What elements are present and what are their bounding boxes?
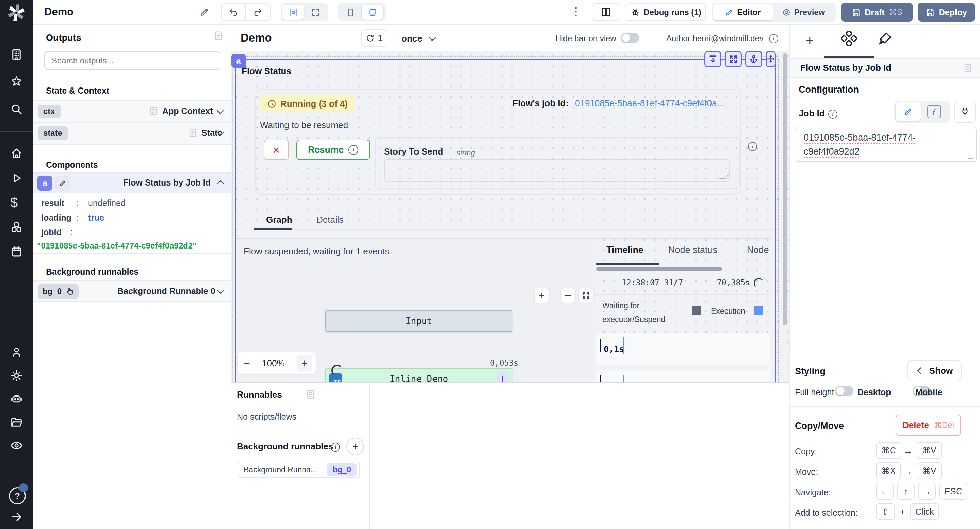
preview-tab[interactable]: Preview [773,4,833,21]
search-icon[interactable] [10,103,23,115]
resources-cubes-icon[interactable] [10,221,23,234]
mobile-view-button[interactable] [339,5,361,20]
bg-runnable-row[interactable]: bg_0 Background Runnable 0 [33,280,231,301]
settings-gear-icon[interactable] [10,369,23,382]
bg-runnables-info-icon[interactable]: i [331,443,340,452]
home-icon[interactable] [10,147,23,160]
flow-job-id-link[interactable]: 0191085e-5baa-81ef-4774-c9ef4f0a… [575,98,725,108]
flow-graph-canvas[interactable]: Flow suspended, waiting for 1 events + −… [236,238,594,382]
component-chevron-up-icon[interactable] [217,180,224,187]
delete-button[interactable]: Delete ⌘Del [896,414,961,436]
author-info-icon[interactable]: i [769,34,778,43]
draft-button[interactable]: Draft ⌘S [841,3,913,22]
bottom-panel-divider[interactable] [369,384,369,529]
bg-chevron-down-icon[interactable] [217,287,224,294]
outputs-doc-icon[interactable] [213,31,224,41]
undo-button[interactable] [221,8,245,17]
cancel-button[interactable]: × [264,140,289,160]
anchor-component-button[interactable] [745,51,762,67]
workers-robot-icon[interactable] [10,392,23,405]
resume-button[interactable]: Resume i [296,140,370,160]
variables-dollar-icon[interactable]: $ [10,196,18,209]
refresh-mode-select[interactable]: once [401,33,435,44]
canvas-app-title: Demo [240,31,272,44]
add-bg-runnable-button[interactable]: + [347,438,364,456]
more-menu-kebab-icon[interactable]: ⋮ [571,5,582,18]
help-badge [19,483,28,492]
redo-button[interactable] [246,8,270,17]
styling-tab-brush-icon[interactable] [878,31,892,46]
fx-mode-button[interactable]: ƒ [921,102,947,121]
graph-zoom-in-button[interactable]: + [534,288,550,303]
jobid-resize-handle[interactable] [968,153,973,159]
search-outputs-input[interactable] [44,51,221,70]
edit-title-pencil-icon[interactable] [200,7,210,17]
tab-timeline[interactable]: Timeline [606,245,643,255]
graph-node-input[interactable]: Input [325,310,512,332]
component-doc-icon[interactable] [963,63,972,73]
insert-component-tab-plus-icon[interactable]: + [806,33,814,47]
runnables-doc-icon[interactable] [305,389,316,400]
grid-guide-dotted-vline [232,56,234,382]
component-row-selected[interactable]: a Flow Status by Job Id [33,172,231,193]
refresh-count-box[interactable]: 1 [361,29,387,47]
tab-details[interactable]: Details [317,215,343,225]
ctx-row[interactable]: ctx App Context [33,100,231,123]
fullwidth-layout-button[interactable] [305,5,326,20]
folders-icon[interactable] [10,416,23,429]
timeline-total-duration: 70,385s [717,278,750,287]
favorites-star-icon[interactable] [10,75,23,88]
tab-node-def[interactable]: Node [747,245,769,255]
timeline-bar-row-1: 0,1s [596,333,770,365]
state-row[interactable]: state State [33,123,231,145]
graph-zoom-out-button[interactable]: − [560,288,576,303]
editor-tab[interactable]: Editor [713,4,773,21]
docs-book-button[interactable] [592,3,620,21]
user-icon[interactable] [10,346,23,359]
outputs-title: Outputs [46,33,81,43]
jobid-value-textarea[interactable]: 0191085e-5baa-81ef-4774- c9ef4f0a92d2 [795,127,977,162]
tab-graph[interactable]: Graph [266,215,292,225]
expand-component-button[interactable] [725,51,742,67]
desktop-view-button[interactable] [362,5,383,20]
collapse-arrow-icon[interactable] [10,511,23,523]
flow-suspended-text: Flow suspended, waiting for 1 events [243,246,389,257]
graph-fit-view-button[interactable] [578,288,594,303]
move-component-button[interactable] [765,51,776,67]
workspace-building-icon[interactable] [10,48,23,61]
windmill-logo-icon[interactable] [6,2,27,22]
graph-node-inline-deno[interactable]: TS Inline Deno I [325,368,512,382]
bottom-panel: Runnables No scripts/flows Background ru… [231,382,789,529]
deploy-button[interactable]: Deploy [918,3,975,22]
desktop-label: Desktop [858,387,891,397]
ctx-chevron-down-icon[interactable] [217,107,224,115]
runs-play-icon[interactable] [10,172,23,185]
form-info-icon: i [748,142,757,151]
component-id-badge: a [37,176,52,191]
static-mode-pencil-button[interactable] [896,102,921,121]
audit-eye-icon[interactable] [10,439,23,452]
hide-bar-toggle[interactable] [620,33,639,43]
full-height-toggle[interactable] [835,386,853,396]
jobid-info-icon[interactable]: i [828,110,837,119]
zoom-in-plus[interactable]: + [297,355,312,371]
component-settings-tab-icon[interactable] [841,31,857,46]
insert-row-button[interactable] [705,51,721,67]
tab-node-status[interactable]: Node status [668,245,717,255]
debug-runs-button[interactable]: Debug runs (1) [626,3,706,21]
bg-runnable-card[interactable]: Background Runna... bg_0 [237,462,360,478]
connect-plug-button[interactable] [954,101,976,123]
centered-layout-button[interactable] [282,5,304,20]
canvas-scrollbar[interactable] [783,53,787,325]
bg-card-label: Background Runna... [243,465,317,475]
save-floppy-icon [851,8,861,17]
zoom-out-minus[interactable]: − [243,357,250,370]
component-edit-pencil-icon[interactable] [55,176,70,191]
timeline-h-scrollbar[interactable] [596,267,722,271]
editor-preview-toggle: Editor Preview [711,3,836,22]
story-textarea[interactable] [384,159,730,182]
styling-show-button[interactable]: Show [907,360,962,381]
graph-edge-1 [418,332,419,368]
kbd-nav-esc: ESC [939,483,967,500]
schedules-calendar-icon[interactable] [10,245,23,258]
